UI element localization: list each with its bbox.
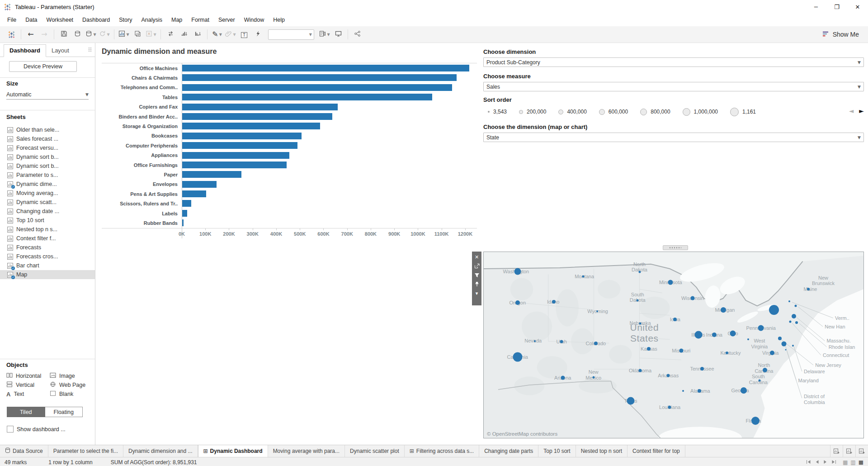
sheet-item-top-10-sort[interactable]: Top 10 sort: [0, 216, 95, 225]
object-image[interactable]: Image: [50, 371, 91, 380]
map-zone-drag-handle[interactable]: [663, 245, 688, 250]
sheet-item-dynamic-sort-b[interactable]: Dynamic sort b...: [0, 152, 95, 162]
bar-scissors-rulers-and-tr[interactable]: [182, 200, 191, 207]
data-source-menu-button[interactable]: ▼: [85, 29, 97, 40]
map-mark-missouri[interactable]: [679, 348, 683, 352]
map-mark-new-hampshire[interactable]: [794, 305, 797, 307]
bar-telephones-and-comm[interactable]: [182, 84, 452, 91]
map-mark-alabama[interactable]: [698, 389, 701, 393]
sheet-tab-nested-top-n-sort[interactable]: Nested top n sort: [576, 445, 627, 457]
pin-icon[interactable]: [474, 281, 480, 287]
menu-item-story[interactable]: Story: [114, 14, 137, 26]
sheet-item-moving-averag[interactable]: Moving averag...: [0, 189, 95, 198]
share-button[interactable]: [351, 29, 364, 40]
map-mark-north-dakota[interactable]: [639, 271, 641, 273]
map-mark-utah[interactable]: [560, 340, 563, 343]
save-button[interactable]: [57, 29, 70, 40]
sort-stop-600-000[interactable]: 600,000: [599, 109, 628, 115]
new-worksheet-button[interactable]: ▼: [118, 29, 130, 40]
sheet-item-forecasts-cros[interactable]: Forecasts cros...: [0, 252, 95, 261]
menu-item-map[interactable]: Map: [167, 14, 187, 26]
bar-labels[interactable]: [182, 210, 187, 217]
maximize-button[interactable]: ❐: [826, 0, 847, 14]
bar-envelopes[interactable]: [182, 181, 217, 188]
object-text[interactable]: AText: [6, 390, 48, 399]
object-web-page[interactable]: Web Page: [50, 380, 91, 390]
sheet-item-sales-forecast[interactable]: Sales forecast ...: [0, 134, 95, 143]
slider-left-arrow[interactable]: ◄: [849, 107, 854, 114]
show-sheet-icon[interactable]: ■: [859, 459, 863, 466]
map-mark-delaware[interactable]: [792, 345, 794, 347]
sheet-item-context-filter-f[interactable]: Context filter f...: [0, 234, 95, 243]
filter-icon[interactable]: [474, 272, 480, 278]
menu-item-analysis[interactable]: Analysis: [137, 14, 167, 26]
sheet-item-older-than-sele[interactable]: Older than sele...: [0, 125, 95, 134]
close-map-icon[interactable]: ✕: [474, 254, 480, 260]
map-mark-indiana[interactable]: [712, 333, 717, 337]
sheet-item-parameter-to-s[interactable]: Parameter to s...: [0, 171, 95, 180]
sheet-tab-moving-average-with-para[interactable]: Moving average with para...: [268, 445, 345, 457]
previous-sheet-button[interactable]: [815, 459, 819, 466]
map-mark-pennsylvania[interactable]: [758, 325, 764, 331]
map-mark-tennessee[interactable]: [700, 367, 704, 371]
toolbar-combo[interactable]: ▼: [268, 29, 314, 40]
bar-paper[interactable]: [182, 171, 241, 178]
bar-chairs-chairmats[interactable]: [182, 74, 457, 81]
object-blank[interactable]: Blank: [50, 390, 91, 399]
map-mark-north-carolina[interactable]: [763, 368, 767, 372]
sort-stop-3-543[interactable]: 3,543: [488, 109, 507, 115]
sheet-item-dynamic-scatt[interactable]: Dynamic scatt...: [0, 198, 95, 207]
bar-office-machines[interactable]: [182, 65, 469, 71]
map-mark-new-jersey[interactable]: [778, 337, 782, 340]
sort-descending-button[interactable]: [191, 29, 204, 40]
sidebar-tab-layout[interactable]: Layout: [46, 45, 75, 57]
map-mark-oklahoma[interactable]: [639, 369, 642, 372]
menu-item-help[interactable]: Help: [269, 14, 289, 26]
size-dropdown[interactable]: Automatic▼: [6, 90, 89, 100]
sheet-tab-data-source[interactable]: Data Source: [0, 445, 48, 457]
show-hide-cards-button[interactable]: ▼: [318, 29, 331, 40]
map-mark-texas[interactable]: [627, 397, 635, 404]
map-mark-oregon[interactable]: [515, 300, 520, 305]
sheet-tab-changing-date-parts[interactable]: Changing date parts: [479, 445, 538, 457]
close-button[interactable]: ✕: [847, 0, 868, 14]
device-preview-button[interactable]: Device Preview: [9, 61, 77, 72]
bar-office-furnishings[interactable]: [182, 162, 287, 168]
next-sheet-button[interactable]: [823, 459, 827, 466]
sheet-tab-dynamic-dashboard[interactable]: ⊞Dynamic Dashboard: [198, 445, 268, 457]
map-mark-nevada[interactable]: [534, 340, 536, 342]
sort-stop-800-000[interactable]: 800,000: [640, 109, 670, 115]
bar-storage-organization[interactable]: [182, 123, 320, 129]
menu-item-worksheet[interactable]: Worksheet: [42, 14, 78, 26]
map-mark-district-of-columbia[interactable]: [785, 349, 786, 350]
sort-stop-400-000[interactable]: 400,000: [558, 109, 586, 115]
map-mark-michigan[interactable]: [721, 307, 726, 313]
map-mark-nebraska[interactable]: [639, 322, 642, 324]
choose-measure-dropdown[interactable]: Sales▼: [483, 82, 864, 91]
bar-appliances[interactable]: [182, 152, 289, 159]
map-mark-connecticut[interactable]: [789, 321, 791, 323]
map-mark-south-dakota[interactable]: [637, 299, 639, 301]
sheet-tab-filtering-across-data-s[interactable]: ⊞Filtering across data s...: [405, 445, 479, 457]
sheet-tab-top-10-sort[interactable]: Top 10 sort: [538, 445, 576, 457]
bar-copiers-and-fax[interactable]: [182, 104, 338, 110]
map-mark-new-york[interactable]: [769, 305, 779, 315]
sidebar-tab-dashboard[interactable]: Dashboard: [4, 44, 46, 57]
object-horizontal[interactable]: Horizontal: [6, 371, 48, 380]
choose-dimension-dropdown[interactable]: Product Sub-Category▼: [483, 57, 864, 67]
map-mark-south-carolina[interactable]: [758, 379, 760, 381]
map-mark-iowa[interactable]: [673, 318, 677, 321]
map-mark-minnesota[interactable]: [668, 280, 673, 285]
map-mark-vermont[interactable]: [788, 300, 790, 302]
sort-stop-200-000[interactable]: 200,000: [519, 109, 546, 115]
sheet-item-dynamic-sort-b[interactable]: Dynamic sort b...: [0, 162, 95, 171]
map-mark-west-virginia[interactable]: [747, 338, 749, 340]
map-mark-colorado[interactable]: [594, 342, 598, 345]
bar-tables[interactable]: [182, 94, 432, 100]
tableau-home-icon[interactable]: [5, 29, 18, 40]
sheet-item-map[interactable]: ✓Map: [0, 270, 95, 279]
last-sheet-button[interactable]: [831, 459, 836, 466]
tiled-button[interactable]: Tiled: [7, 407, 45, 417]
bar-computer-peripherals[interactable]: [182, 142, 297, 149]
sheet-item-bar-chart[interactable]: ✓Bar chart: [0, 261, 95, 270]
